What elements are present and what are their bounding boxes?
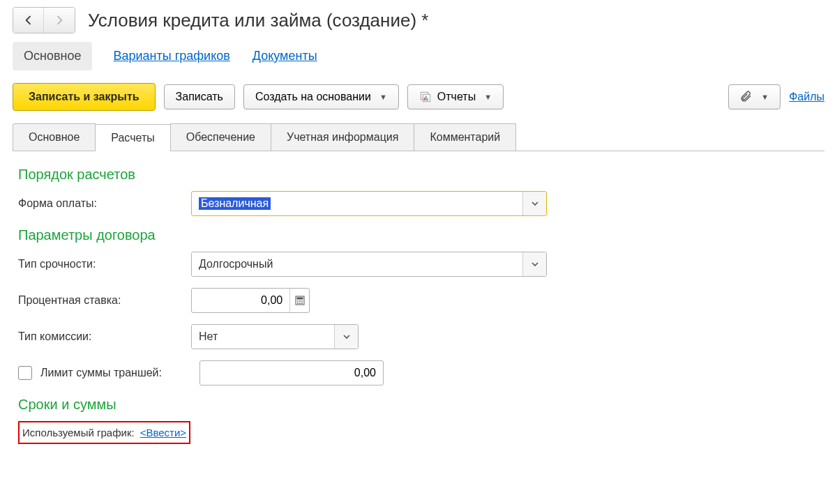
interest-input-wrap xyxy=(191,288,310,313)
chevron-down-icon: ▼ xyxy=(761,93,769,101)
reports-label: Отчеты xyxy=(437,91,476,103)
chevron-down-icon: ▼ xyxy=(484,93,492,101)
svg-rect-6 xyxy=(296,298,303,300)
svg-point-7 xyxy=(297,300,299,302)
urgency-value: Долгосрочный xyxy=(192,252,522,276)
arrow-right-icon xyxy=(54,15,65,26)
save-close-button[interactable]: Записать и закрыть xyxy=(13,83,156,111)
topnav-item-documents[interactable]: Документы xyxy=(251,43,319,69)
payment-form-label: Форма оплаты: xyxy=(18,197,191,210)
save-button[interactable]: Записать xyxy=(164,84,235,109)
top-nav: Основное Варианты графиков Документы xyxy=(13,42,824,70)
create-from-label: Создать на основании xyxy=(255,91,371,103)
svg-point-8 xyxy=(299,300,301,302)
attach-button[interactable]: ▼ xyxy=(728,84,781,109)
schedule-label: Используемый график: xyxy=(22,427,135,438)
arrow-left-icon xyxy=(23,15,34,26)
nav-buttons xyxy=(13,7,75,33)
back-button[interactable] xyxy=(13,8,44,33)
urgency-select[interactable]: Долгосрочный xyxy=(191,252,547,277)
tab-main[interactable]: Основное xyxy=(13,123,96,151)
create-from-button[interactable]: Создать на основании ▼ xyxy=(243,84,399,109)
interest-input[interactable] xyxy=(192,289,289,312)
topnav-item-variants[interactable]: Варианты графиков xyxy=(112,43,231,69)
tranche-limit-checkbox[interactable] xyxy=(18,366,32,380)
schedule-highlight: Используемый график: <Ввести> xyxy=(18,421,190,444)
commission-label: Тип комиссии: xyxy=(18,330,191,343)
svg-rect-4 xyxy=(427,98,428,100)
tab-body: Порядок расчетов Форма оплаты: Безналичн… xyxy=(13,151,824,455)
payment-form-select[interactable]: Безналичная xyxy=(191,191,547,216)
toolbar: Записать и закрыть Записать Создать на о… xyxy=(13,83,824,111)
calculator-icon[interactable] xyxy=(289,289,309,312)
section-terms-title: Сроки и суммы xyxy=(18,397,819,413)
tab-calculations[interactable]: Расчеты xyxy=(95,124,170,151)
payment-form-value-text: Безналичная xyxy=(199,197,271,210)
chevron-down-icon[interactable] xyxy=(522,192,546,215)
forward-button[interactable] xyxy=(44,8,75,33)
tranche-limit-label: Лимит суммы траншей: xyxy=(40,367,191,379)
svg-point-12 xyxy=(301,303,303,304)
svg-rect-3 xyxy=(425,96,427,101)
reports-button[interactable]: Отчеты ▼ xyxy=(407,84,504,109)
section-contract-title: Параметры договора xyxy=(18,227,819,243)
svg-rect-2 xyxy=(424,98,425,101)
tabs: Основное Расчеты Обеспечение Учетная инф… xyxy=(13,123,824,151)
reports-icon xyxy=(419,91,432,103)
tranche-limit-input[interactable] xyxy=(200,361,383,385)
chevron-down-icon[interactable] xyxy=(522,252,546,276)
section-calc-order-title: Порядок расчетов xyxy=(18,167,819,183)
svg-point-11 xyxy=(299,303,301,304)
commission-select[interactable]: Нет xyxy=(191,324,359,349)
svg-point-9 xyxy=(301,300,303,302)
payment-form-value: Безналичная xyxy=(192,192,522,215)
save-label: Записать xyxy=(176,91,223,103)
tranche-limit-input-wrap xyxy=(199,360,384,385)
tab-collateral[interactable]: Обеспечение xyxy=(170,123,271,151)
urgency-label: Тип срочности: xyxy=(18,258,191,270)
tab-accounting[interactable]: Учетная информация xyxy=(271,123,414,151)
files-link[interactable]: Файлы xyxy=(789,91,824,103)
schedule-enter-link[interactable]: <Ввести> xyxy=(140,427,186,438)
tab-comment[interactable]: Комментарий xyxy=(414,123,516,151)
paperclip-icon xyxy=(740,91,753,103)
page-title: Условия кредита или займа (создание) * xyxy=(88,10,428,31)
save-close-label: Записать и закрыть xyxy=(29,91,140,103)
interest-label: Процентная ставка: xyxy=(18,294,191,307)
commission-value: Нет xyxy=(192,325,334,349)
chevron-down-icon[interactable] xyxy=(334,325,358,349)
svg-point-10 xyxy=(297,303,299,304)
topnav-item-main[interactable]: Основное xyxy=(13,42,92,70)
chevron-down-icon: ▼ xyxy=(379,93,387,101)
